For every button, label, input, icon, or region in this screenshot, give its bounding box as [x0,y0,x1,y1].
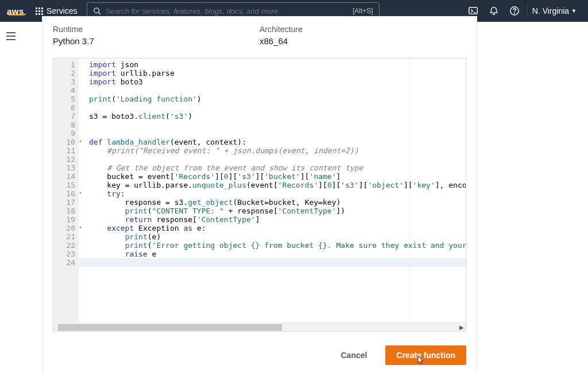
mouse-cursor-icon [417,355,425,366]
svg-rect-2 [469,7,477,14]
runtime-label: Runtime [53,25,260,34]
create-function-button[interactable]: Create function [385,345,466,365]
meta-row: Runtime Python 3.7 Architecture x86_64 [42,17,477,58]
side-nav-toggle[interactable] [6,32,16,40]
editor-horizontal-scrollbar[interactable]: ▶ [53,323,466,331]
scroll-right-arrow[interactable]: ▶ [457,323,466,332]
editor-content[interactable]: import jsonimport urllib.parseimport bot… [79,59,466,269]
region-label: N. Virginia [532,6,569,15]
code-editor[interactable]: 123456789101112131415161718192021222324 … [53,58,466,332]
scrollbar-thumb[interactable] [58,324,282,331]
help-icon[interactable] [506,3,523,19]
search-shortcut-hint: [Alt+S] [353,7,373,15]
notifications-icon[interactable] [486,3,502,19]
grid-icon [36,7,43,15]
svg-line-1 [98,13,100,15]
svg-point-0 [94,8,99,13]
svg-point-4 [514,13,514,14]
search-input[interactable] [106,7,348,15]
runtime-value: Python 3.7 [53,36,260,46]
architecture-value: x86_64 [260,36,466,46]
create-function-label: Create function [396,351,455,360]
cancel-button[interactable]: Cancel [331,345,378,365]
search-icon [93,7,101,15]
aws-logo[interactable]: aws [7,7,26,15]
chevron-down-icon: ▼ [571,8,577,14]
architecture-label: Architecture [260,25,466,34]
services-label: Services [47,6,78,15]
editor-gutter: 123456789101112131415161718192021222324 [53,59,79,323]
function-config-panel: Runtime Python 3.7 Architecture x86_64 1… [42,16,477,373]
action-buttons: Cancel Create function [42,332,477,373]
region-selector[interactable]: N. Virginia ▼ [527,4,581,18]
